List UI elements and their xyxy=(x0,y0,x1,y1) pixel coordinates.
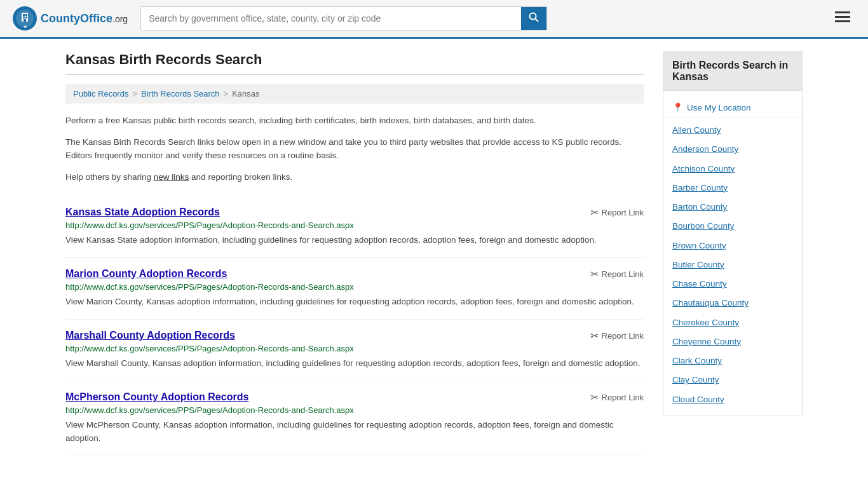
county-link-butler-county[interactable]: Butler County xyxy=(663,255,802,274)
report-icon-0: ✂ xyxy=(590,207,599,219)
result-header-2: Marshall County Adoption Records ✂ Repor… xyxy=(65,330,644,344)
svg-point-9 xyxy=(530,13,536,20)
county-link-bourbon-county[interactable]: Bourbon County xyxy=(663,217,802,236)
result-item: McPherson County Adoption Records ✂ Repo… xyxy=(65,381,644,456)
results-list: Kansas State Adoption Records ✂ Report L… xyxy=(65,196,644,456)
county-list: Allen CountyAnderson CountyAtchison Coun… xyxy=(663,121,802,409)
description-3: Help others by sharing new links and rep… xyxy=(65,170,644,184)
site-header: ★ CountyOffice.org xyxy=(0,0,868,39)
svg-line-10 xyxy=(536,19,539,22)
result-header-1: Marion County Adoption Records ✂ Report … xyxy=(65,268,644,282)
desc3-post: and reporting broken links. xyxy=(189,172,292,182)
use-my-location-button[interactable]: 📍 Use My Location xyxy=(663,97,802,118)
location-pin-icon: 📍 xyxy=(672,102,683,112)
report-icon-1: ✂ xyxy=(590,268,599,280)
county-link-clay-county[interactable]: Clay County xyxy=(663,370,802,390)
result-desc-1: View Marion County, Kansas adoption info… xyxy=(65,295,644,309)
result-url-1: http://www.dcf.ks.gov/services/PPS/Pages… xyxy=(65,282,644,292)
result-url-3: http://www.dcf.ks.gov/services/PPS/Pages… xyxy=(65,405,644,415)
result-title-3[interactable]: McPherson County Adoption Records xyxy=(65,391,248,403)
result-header-3: McPherson County Adoption Records ✂ Repo… xyxy=(65,391,644,405)
svg-rect-5 xyxy=(23,17,25,18)
county-link-cloud-county[interactable]: Cloud County xyxy=(663,390,802,409)
result-desc-3: View McPherson County, Kansas adoption i… xyxy=(65,419,644,445)
report-icon-2: ✂ xyxy=(590,330,599,342)
sidebar-content: 📍 Use My Location Allen CountyAnderson C… xyxy=(663,91,803,416)
result-title-0[interactable]: Kansas State Adoption Records xyxy=(65,207,220,218)
breadcrumb-kansas: Kansas xyxy=(232,89,259,98)
header-right xyxy=(830,8,855,29)
description-1: Perform a free Kansas public birth recor… xyxy=(65,114,644,128)
report-link-button-3[interactable]: ✂ Report Link xyxy=(590,391,644,403)
county-link-cheyenne-county[interactable]: Cheyenne County xyxy=(663,332,802,351)
report-link-label-1: Report Link xyxy=(602,269,644,279)
report-link-label-0: Report Link xyxy=(602,208,644,217)
menu-button[interactable] xyxy=(830,8,855,29)
county-link-brown-county[interactable]: Brown County xyxy=(663,236,802,255)
county-link-anderson-county[interactable]: Anderson County xyxy=(663,140,802,159)
result-title-2[interactable]: Marshall County Adoption Records xyxy=(65,330,235,341)
report-link-button-1[interactable]: ✂ Report Link xyxy=(590,268,644,280)
svg-rect-3 xyxy=(23,14,25,16)
new-links-link[interactable]: new links xyxy=(154,172,189,182)
county-link-barton-county[interactable]: Barton County xyxy=(663,198,802,217)
report-link-button-0[interactable]: ✂ Report Link xyxy=(590,207,644,219)
county-link-chautauqua-county[interactable]: Chautauqua County xyxy=(663,294,802,313)
county-link-cherokee-county[interactable]: Cherokee County xyxy=(663,313,802,332)
search-button[interactable] xyxy=(521,7,546,30)
report-link-button-2[interactable]: ✂ Report Link xyxy=(590,330,644,342)
result-item: Marion County Adoption Records ✂ Report … xyxy=(65,258,644,320)
page-title: Kansas Birth Records Search xyxy=(65,51,644,75)
logo-text: CountyOffice.org xyxy=(41,12,128,25)
result-url-0: http://www.dcf.ks.gov/services/PPS/Pages… xyxy=(65,220,644,230)
svg-rect-4 xyxy=(25,14,27,16)
breadcrumb-public-records[interactable]: Public Records xyxy=(73,89,128,98)
main-content: Kansas Birth Records Search Public Recor… xyxy=(53,39,815,469)
left-content: Kansas Birth Records Search Public Recor… xyxy=(65,51,644,456)
logo[interactable]: ★ CountyOffice.org xyxy=(13,6,128,30)
search-bar xyxy=(140,6,547,30)
result-item: Marshall County Adoption Records ✂ Repor… xyxy=(65,320,644,381)
report-link-label-2: Report Link xyxy=(602,331,644,341)
logo-icon: ★ xyxy=(13,6,37,30)
county-link-clark-county[interactable]: Clark County xyxy=(663,351,802,370)
hamburger-icon xyxy=(835,11,850,23)
breadcrumb-birth-records[interactable]: Birth Records Search xyxy=(141,89,220,98)
right-sidebar: Birth Records Search in Kansas 📍 Use My … xyxy=(663,51,803,456)
sidebar-title: Birth Records Search in Kansas xyxy=(663,51,803,91)
result-title-1[interactable]: Marion County Adoption Records xyxy=(65,268,227,280)
svg-rect-12 xyxy=(835,16,850,18)
report-link-label-3: Report Link xyxy=(602,393,644,402)
desc3-pre: Help others by sharing xyxy=(65,172,154,182)
search-icon xyxy=(529,12,539,22)
result-url-2: http://www.dcf.ks.gov/services/PPS/Pages… xyxy=(65,344,644,353)
svg-rect-6 xyxy=(25,17,27,18)
description-2: The Kansas Birth Records Search links be… xyxy=(65,135,644,163)
county-link-atchison-county[interactable]: Atchison County xyxy=(663,159,802,179)
svg-rect-13 xyxy=(835,20,850,22)
result-desc-2: View Marshall County, Kansas adoption in… xyxy=(65,357,644,370)
svg-rect-11 xyxy=(835,11,850,13)
county-link-barber-county[interactable]: Barber County xyxy=(663,179,802,198)
report-icon-3: ✂ xyxy=(590,391,599,403)
county-link-chase-county[interactable]: Chase County xyxy=(663,274,802,294)
breadcrumb: Public Records > Birth Records Search > … xyxy=(65,84,644,104)
use-my-location-label: Use My Location xyxy=(687,103,751,112)
search-input[interactable] xyxy=(141,8,521,29)
county-link-allen-county[interactable]: Allen County xyxy=(663,121,802,140)
result-header-0: Kansas State Adoption Records ✂ Report L… xyxy=(65,207,644,220)
result-item: Kansas State Adoption Records ✂ Report L… xyxy=(65,196,644,258)
svg-rect-7 xyxy=(24,19,26,22)
result-desc-0: View Kansas State adoption information, … xyxy=(65,234,644,247)
